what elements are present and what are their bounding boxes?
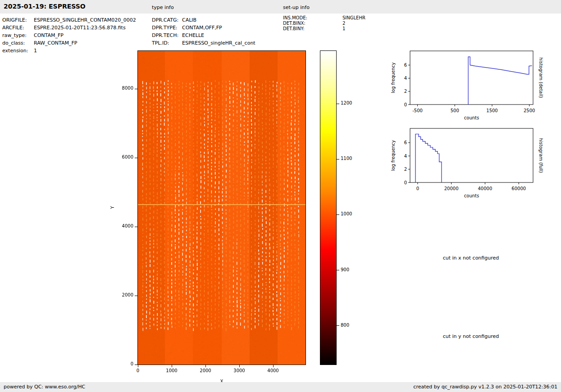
- x-tick: [205, 365, 206, 367]
- meta-label: raw_type:: [2, 32, 34, 38]
- setup-info-block: INS.MODE: SINGLEHR DET.BINX: 2 DET.BINY:…: [283, 15, 396, 31]
- meta-label: DET.BINX:: [283, 21, 342, 26]
- meta-row-dprtype: DPR.TYPE: CONTAM,OFF,FP: [152, 24, 283, 32]
- x-tick-label: 60000: [511, 186, 526, 191]
- y-axis-label: Y: [110, 206, 115, 209]
- x-tick: [239, 365, 240, 367]
- histogram-line: [415, 134, 442, 183]
- y-tick: [135, 89, 137, 89]
- colorbar-tick-label: 1100: [341, 156, 359, 161]
- x-axis-label: counts: [464, 193, 479, 198]
- type-info-heading: type info: [152, 5, 174, 10]
- meta-value: ESPRESSO_singleHR_cal_cont: [182, 40, 255, 46]
- meta-value: CONTAM_FP: [34, 32, 64, 38]
- meta-row-origfile: ORIGFILE: ESPRESSO_SINGLEHR_CONTAM020_00…: [2, 16, 152, 24]
- meta-row-dprtech: DPR.TECH: ECHELLE: [152, 32, 283, 39]
- meta-value: RAW_CONTAM_FP: [34, 40, 77, 46]
- meta-label: extension:: [2, 48, 34, 54]
- meta-label: INS.MODE:: [283, 15, 342, 20]
- colorbar-tick-label: 900: [341, 267, 359, 272]
- y-tick-label: 6000: [111, 155, 133, 160]
- y-tick: [135, 158, 137, 158]
- meta-value: ESPRESSO_SINGLEHR_CONTAM020_0002: [34, 17, 136, 23]
- x-tick-label: 3000: [230, 368, 248, 373]
- meta-value: ECHELLE: [182, 32, 204, 38]
- y-axis-label: log frequency: [391, 62, 396, 93]
- meta-row-rawtype: raw_type: CONTAM_FP: [2, 32, 152, 39]
- meta-value: 2: [342, 21, 345, 26]
- y-tick-label: 4: [404, 154, 407, 159]
- y-tick: [135, 227, 137, 227]
- y-tick-label: 0: [111, 361, 133, 366]
- meta-label: ORIGFILE:: [2, 17, 34, 23]
- page-title: 2025-01-19: ESPRESSO: [4, 3, 86, 10]
- y-tick-label: 0: [404, 180, 407, 185]
- meta-row-dprcatg: DPR.CATG: CALIB: [152, 16, 283, 24]
- y-tick-label: 6: [404, 63, 407, 68]
- right-side-title: histogram (full): [538, 138, 543, 173]
- y-tick-label: 8000: [111, 86, 133, 91]
- colorbar-tick: [337, 270, 339, 270]
- y-tick: [135, 296, 137, 296]
- x-tick-label: 500: [451, 108, 459, 113]
- meta-label: TPL.ID:: [152, 40, 182, 46]
- colorbar-tick-label: 1000: [341, 211, 359, 216]
- x-tick-label: -500: [412, 108, 423, 113]
- meta-value: 1: [34, 48, 37, 54]
- x-axis-label: counts: [464, 115, 479, 120]
- y-tick-label: 0: [404, 102, 407, 107]
- y-tick-label: 2000: [111, 292, 133, 297]
- colorbar: 120011001000900800: [320, 50, 337, 365]
- colorbar-tick-label: 800: [341, 323, 359, 328]
- meta-value: CALIB: [182, 17, 196, 23]
- x-tick-label: 2500: [524, 108, 535, 113]
- y-tick-label: 6: [404, 140, 407, 145]
- meta-value: CONTAM,OFF,FP: [182, 25, 222, 31]
- meta-row-detbinx: DET.BINX: 2: [283, 20, 396, 26]
- footer-right-text: created by qc_rawdisp.py v1.2.3 on 2025-…: [413, 384, 557, 390]
- cut-x-message: cut in x not configured: [412, 255, 529, 261]
- x-tick-label: 0: [416, 186, 419, 191]
- colorbar-tick: [337, 214, 339, 215]
- meta-value: ESPRE.2025-01-20T11:23:56.878.fits: [34, 25, 126, 31]
- header-bar: 2025-01-19: ESPRESSO type info set-up in…: [0, 0, 561, 14]
- colorbar-tick: [337, 159, 339, 160]
- meta-value: SINGLEHR: [342, 15, 365, 20]
- histogram-detail-chart: -500500150025000246countslog frequencyhi…: [383, 48, 547, 127]
- file-metadata-block: ORIGFILE: ESPRESSO_SINGLEHR_CONTAM020_00…: [2, 16, 152, 55]
- meta-row-doclass: do_class: RAW_CONTAM_FP: [2, 39, 152, 47]
- x-tick: [172, 365, 172, 367]
- colorbar-tick: [337, 325, 339, 326]
- x-tick: [273, 365, 274, 367]
- y-tick-label: 4: [404, 76, 407, 81]
- meta-label: DET.BINY:: [283, 26, 342, 31]
- footer-left-text: powered by QC: www.eso.org/HC: [4, 384, 85, 390]
- meta-row-arcfile: ARCFILE: ESPRE.2025-01-20T11:23:56.878.f…: [2, 24, 152, 32]
- colorbar-tick-label: 1200: [341, 100, 359, 105]
- meta-label: do_class:: [2, 40, 34, 46]
- raw-image-canvas: [138, 51, 306, 365]
- y-tick: [135, 365, 137, 365]
- x-tick-label: 20000: [444, 186, 459, 191]
- meta-label: DPR.TECH:: [152, 32, 182, 38]
- meta-row-tplid: TPL.ID: ESPRESSO_singleHR_cal_cont: [152, 39, 283, 47]
- x-tick-label: 4000: [264, 368, 282, 373]
- x-tick-label: 40000: [478, 186, 493, 191]
- meta-label: DPR.CATG:: [152, 17, 182, 23]
- meta-row-detbiny: DET.BINY: 1: [283, 26, 396, 31]
- footer-bar: powered by QC: www.eso.org/HC created by…: [0, 382, 561, 392]
- histogram-line: [468, 57, 532, 105]
- colorbar-tick: [337, 104, 339, 104]
- raw-image-plot: 0200040006000800001000200030004000XY: [137, 50, 306, 365]
- y-tick-label: 2: [404, 167, 407, 172]
- x-tick-label: 0: [129, 368, 147, 373]
- x-tick-label: 2000: [196, 368, 214, 373]
- x-tick-label: 1500: [486, 108, 497, 113]
- meta-label: ARCFILE:: [2, 25, 34, 31]
- meta-value: 1: [342, 26, 345, 31]
- plot-border: [410, 51, 533, 105]
- x-tick: [138, 365, 138, 367]
- qc-report-page: 2025-01-19: ESPRESSO type info set-up in…: [0, 0, 561, 392]
- right-side-title: histogram (detail): [538, 58, 543, 98]
- meta-label: DPR.TYPE:: [152, 25, 182, 31]
